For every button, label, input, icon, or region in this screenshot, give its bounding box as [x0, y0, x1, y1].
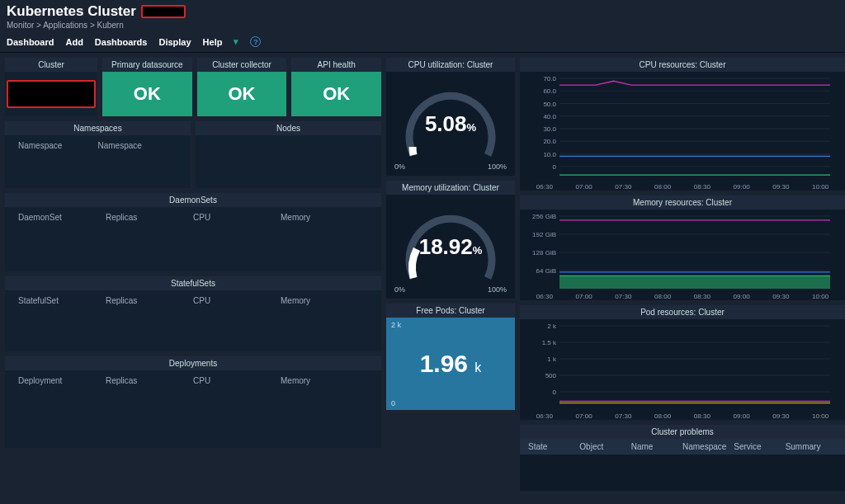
page-title: Kubernetes Cluster [7, 3, 838, 20]
panel-title: CPU utilization: Cluster [386, 58, 515, 72]
tile-cluster[interactable]: Cluster [5, 58, 97, 116]
col-memory: Memory [281, 213, 368, 222]
gauge-max: 100% [488, 163, 507, 171]
gauge-min: 0% [394, 163, 405, 171]
svg-text:0: 0 [553, 389, 557, 396]
line-chart: 70.060.050.040.030.020.010.00 [525, 75, 835, 182]
tile-label: API health [291, 58, 381, 72]
panel-mem-resources[interactable]: Memory resources: Cluster 256 GiB192 GiB… [520, 195, 845, 300]
svg-text:1 k: 1 k [547, 356, 557, 363]
svg-text:20.0: 20.0 [543, 138, 556, 145]
menu-add[interactable]: Add [65, 37, 83, 47]
svg-text:40.0: 40.0 [543, 113, 556, 120]
svg-text:0: 0 [553, 163, 557, 171]
svg-text:500: 500 [545, 372, 557, 379]
panel-free-pods[interactable]: Free Pods: Cluster 2 k 1.96 k 0 [386, 304, 515, 410]
panel-cpu-util[interactable]: CPU utilization: Cluster 5.08% 0% 100% [386, 58, 515, 176]
svg-text:1.5 k: 1.5 k [542, 339, 557, 346]
line-chart: 2 k1.5 k1 k5000 [525, 323, 835, 412]
status-ok: OK [102, 72, 192, 116]
col-name: Name [631, 442, 682, 451]
svg-text:2 k: 2 k [547, 323, 557, 330]
tile-api-health[interactable]: API health OK [291, 58, 381, 116]
panel-namespaces[interactable]: Namespaces NamespaceNamespace [5, 121, 191, 188]
col-namespace: Namespace [682, 442, 734, 451]
gauge-mem [397, 200, 504, 290]
col-replicas: Replicas [106, 296, 193, 305]
status-ok: OK [197, 72, 287, 116]
tile-label: Cluster [5, 58, 97, 72]
col-cpu: CPU [193, 213, 281, 222]
col-statefulset: StatefulSet [18, 296, 106, 305]
gauge-cpu [397, 77, 504, 167]
panel-mem-util[interactable]: Memory utilization: Cluster 18.92% 0% 10… [386, 181, 515, 299]
tile-cluster-collector[interactable]: Cluster collector OK [197, 58, 287, 116]
panel-deployments[interactable]: Deployments Deployment Replicas CPU Memo… [5, 356, 381, 448]
svg-text:64 GiB: 64 GiB [536, 267, 556, 275]
panel-statefulsets[interactable]: StatefulSets StatefulSet Replicas CPU Me… [5, 276, 381, 351]
redacted-box [141, 5, 186, 18]
filter-icon[interactable]: ▾ [234, 36, 238, 47]
panel-title: Pod resources: Cluster [520, 305, 845, 319]
breadcrumb[interactable]: Monitor > Applications > Kubern [7, 21, 838, 30]
gauge-max: 100% [488, 285, 507, 294]
menu-help[interactable]: Help [203, 37, 223, 47]
panel-cluster-problems[interactable]: Cluster problems State Object Name Names… [520, 425, 845, 491]
panel-title: Memory utilization: Cluster [386, 181, 515, 195]
svg-text:256 GiB: 256 GiB [532, 213, 556, 220]
tile-label: Cluster collector [197, 58, 287, 72]
panel-title: Free Pods: Cluster [386, 304, 515, 318]
menu-bar: Dashboard Add Dashboards Display Help ▾ … [0, 31, 845, 53]
menu-display[interactable]: Display [158, 37, 191, 47]
svg-text:60.0: 60.0 [543, 87, 556, 95]
panel-nodes[interactable]: Nodes [196, 121, 381, 188]
panel-title: DaemonSets [5, 193, 381, 207]
col-cpu: CPU [193, 376, 281, 385]
panel-title: Memory resources: Cluster [520, 195, 845, 210]
panel-daemonsets[interactable]: DaemonSets DaemonSet Replicas CPU Memory [5, 193, 381, 271]
svg-text:192 GiB: 192 GiB [532, 231, 556, 238]
col-namespace: Namespace [98, 141, 178, 150]
col-replicas: Replicas [106, 213, 193, 222]
col-memory: Memory [281, 296, 368, 305]
svg-text:10.0: 10.0 [543, 151, 556, 158]
col-daemonset: DaemonSet [18, 213, 106, 222]
scale-bottom: 0 [391, 399, 395, 407]
free-pods-value: 1.96 k [420, 350, 482, 378]
panel-title: Nodes [196, 121, 381, 135]
menu-dashboard[interactable]: Dashboard [7, 37, 54, 47]
panel-title: Cluster problems [520, 425, 845, 439]
panel-title: Namespaces [5, 121, 191, 135]
scale-top: 2 k [391, 321, 401, 329]
col-memory: Memory [281, 376, 368, 385]
svg-marker-24 [559, 276, 830, 289]
col-service: Service [734, 442, 785, 451]
panel-title: CPU resources: Cluster [520, 58, 845, 72]
svg-text:30.0: 30.0 [543, 125, 556, 133]
svg-text:70.0: 70.0 [543, 75, 556, 82]
redacted-box [7, 80, 96, 108]
help-icon[interactable]: ? [250, 36, 261, 47]
panel-title: Deployments [5, 356, 381, 370]
panel-pod-resources[interactable]: Pod resources: Cluster 2 k1.5 k1 k500006… [520, 305, 845, 420]
line-chart: 256 GiB192 GiB128 GiB64 GiB [525, 213, 835, 292]
panel-cpu-resources[interactable]: CPU resources: Cluster 70.060.050.040.03… [520, 58, 845, 191]
status-ok: OK [291, 72, 381, 116]
col-summary: Summary [786, 442, 837, 451]
col-deployment: Deployment [18, 376, 106, 385]
gauge-min: 0% [394, 285, 405, 294]
svg-text:128 GiB: 128 GiB [532, 249, 556, 257]
col-replicas: Replicas [106, 376, 193, 385]
col-namespace: Namespace [18, 141, 98, 150]
tile-primary-datasource[interactable]: Primary datasource OK [102, 58, 192, 116]
svg-text:50.0: 50.0 [543, 101, 556, 108]
col-state: State [528, 442, 579, 451]
col-cpu: CPU [193, 296, 281, 305]
menu-dashboards[interactable]: Dashboards [95, 37, 148, 47]
tile-label: Primary datasource [102, 58, 192, 72]
col-object: Object [579, 442, 630, 451]
panel-title: StatefulSets [5, 276, 381, 290]
